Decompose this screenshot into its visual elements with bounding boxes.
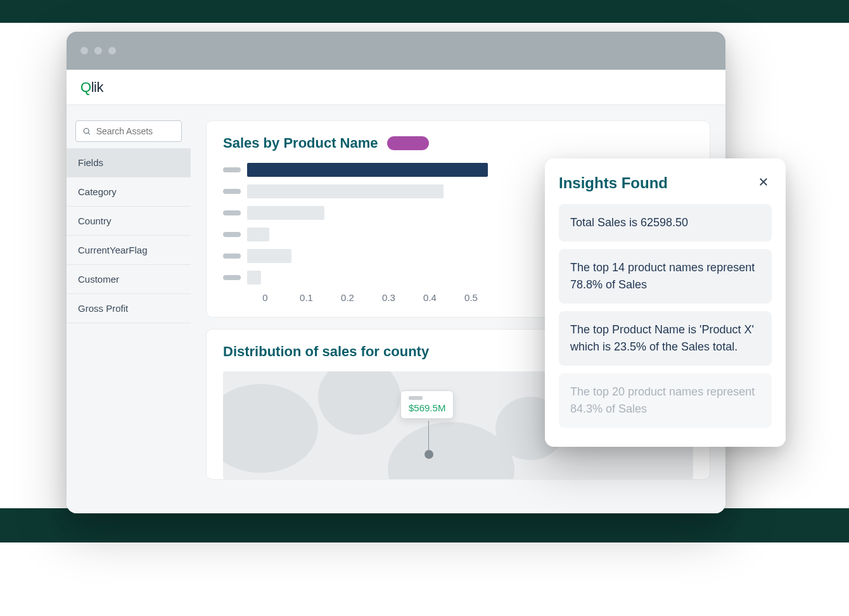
insight-item[interactable]: The top 14 product names represent 78.8%…: [559, 249, 772, 304]
insight-item[interactable]: The top 20 product names represent 84.3%…: [559, 373, 772, 428]
page-top-band: [0, 0, 849, 23]
chart-bar[interactable]: [247, 206, 324, 220]
brand-logo: Qlik: [80, 79, 103, 96]
sidebar-item-currentyearflag[interactable]: CurrentYearFlag: [67, 236, 191, 265]
bar-label-icon: [223, 167, 241, 172]
bar-label-icon: [223, 253, 241, 259]
chart-bar[interactable]: [247, 184, 444, 198]
brand-bar: Qlik: [67, 70, 725, 105]
search-assets-input[interactable]: [96, 126, 175, 136]
chart-bar[interactable]: [247, 271, 261, 285]
axis-tick: 0: [245, 292, 286, 303]
sidebar-item-country[interactable]: Country: [67, 207, 191, 236]
svg-point-0: [84, 128, 89, 133]
map-data-point[interactable]: [424, 450, 433, 459]
sidebar-item-fields[interactable]: Fields: [67, 148, 191, 177]
axis-tick: 0.2: [327, 292, 368, 303]
map-region: [223, 384, 318, 473]
sidebar: Fields Category Country CurrentYearFlag …: [67, 105, 191, 513]
chart-legend-pill: [387, 136, 429, 150]
map-tooltip-value: $569.5M: [409, 402, 445, 413]
map-tooltip: $569.5M: [400, 390, 454, 419]
map-title-text: Distribution of sales for county: [223, 343, 429, 360]
chart-bar[interactable]: [247, 163, 488, 177]
axis-tick: 0.4: [409, 292, 450, 303]
sidebar-item-category[interactable]: Category: [67, 177, 191, 207]
window-min-dot[interactable]: [94, 47, 102, 55]
close-insights-button[interactable]: [755, 172, 772, 194]
insight-item[interactable]: Total Sales is 62598.50: [559, 204, 772, 241]
chart-bar[interactable]: [247, 249, 291, 263]
insights-header: Insights Found: [559, 172, 772, 194]
window-titlebar: [67, 32, 725, 70]
map-tooltip-pointer: [428, 421, 429, 451]
bar-label-icon: [223, 232, 241, 237]
axis-tick: 0.5: [450, 292, 492, 303]
bar-label-icon: [223, 210, 241, 215]
bar-label-icon: [223, 189, 241, 194]
chart-bar[interactable]: [247, 228, 269, 241]
svg-line-1: [88, 133, 90, 135]
map-region: [318, 371, 400, 435]
search-icon: [82, 126, 91, 136]
insight-item[interactable]: The top Product Name is 'Product X' whic…: [559, 311, 772, 366]
window-close-dot[interactable]: [80, 47, 88, 55]
window-max-dot[interactable]: [108, 47, 116, 55]
bar-label-icon: [223, 275, 241, 280]
page-bottom-band: [0, 508, 849, 542]
close-icon: [758, 176, 769, 188]
chart-title-row: Sales by Product Name: [223, 135, 693, 151]
insights-title: Insights Found: [559, 174, 668, 192]
sidebar-item-gross-profit[interactable]: Gross Profit: [67, 294, 191, 323]
sidebar-item-customer[interactable]: Customer: [67, 265, 191, 294]
insights-panel: Insights Found Total Sales is 62598.50 T…: [545, 158, 786, 447]
axis-tick: 0.3: [368, 292, 409, 303]
search-assets-box[interactable]: [75, 120, 182, 142]
window-controls: [80, 47, 116, 55]
axis-tick: 0.1: [286, 292, 327, 303]
chart-title-text: Sales by Product Name: [223, 135, 378, 151]
